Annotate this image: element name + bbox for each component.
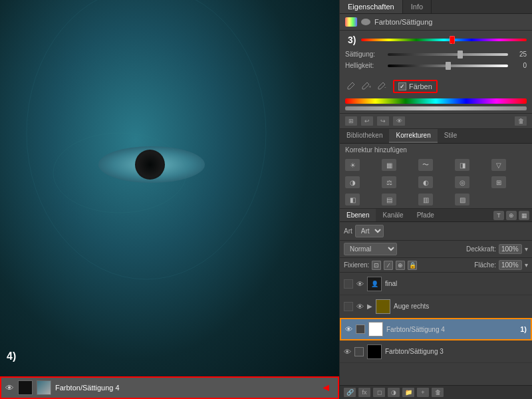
eyedropper-plus-icon[interactable]: + [361,81,372,92]
eyedropper-icon[interactable] [345,81,356,92]
corr-icon-balance[interactable]: ⚖ [382,176,396,188]
farbton3-link[interactable] [354,347,364,356]
tab-pfade[interactable]: Pfade [410,209,441,221]
layer-item-final[interactable]: 👁 👤 final [340,273,532,295]
auge-eye[interactable]: 👁 [356,303,364,311]
props-toolbar-btn5[interactable]: 🗑 [515,116,527,126]
corr-icon-threshold[interactable]: ▥ [418,194,433,205]
farben-check[interactable]: ✓ [398,82,406,90]
layer-item-auge-rechts[interactable]: 👁 ▶ Auge rechts [340,295,532,318]
corr-icon-gradient[interactable]: ▨ [455,194,469,205]
footer-delete-btn[interactable]: 🗑 [432,388,444,397]
tab-ebenen[interactable]: Ebenen [340,209,376,221]
canvas-area: 4) 👁 Farbton/Sättigung 4 ◄ [0,0,339,399]
fix-btn3[interactable]: ⊕ [396,261,405,270]
saettigung-track[interactable] [388,53,508,56]
corr-icon-curves[interactable]: 〜 [418,159,433,171]
art-label: Art [344,227,352,235]
main-layout: 4) 👁 Farbton/Sättigung 4 ◄ Eigenschaften… [0,0,532,399]
footer-group-btn[interactable]: 📁 [402,388,414,397]
eyedropper-minus-icon[interactable]: - [377,81,388,92]
layer-item-farbton3[interactable]: 👁 Farbton/Sättigung 3 [340,340,532,363]
blend-mode-select[interactable]: Normal [344,243,397,255]
layers-row2: Normal Deckkraft: 100% ▾ [340,241,532,258]
properties-panel: Eigenschaften Info Farbton/Sättigung 3) [340,0,532,129]
final-visibility-check[interactable] [344,279,353,289]
corr-icon-grid[interactable]: ⊞ [491,176,506,188]
fix-btn4[interactable]: 🔒 [408,261,417,270]
layer-header-btn3[interactable]: ▦ [519,211,529,220]
hue-track[interactable] [361,39,527,41]
farben-checkbox-container[interactable]: ✓ Färben [393,80,438,93]
arrow-right-icon: ◄ [321,382,331,394]
auge-visibility-check[interactable] [344,302,353,311]
corr-icon-hue[interactable]: ◑ [345,176,360,188]
final-eye[interactable]: 👁 [356,280,364,288]
tab-korrekturen[interactable]: Korrekturen [389,129,437,143]
corrections-grid-3: ◧ ▤ ▥ ▨ [340,191,532,208]
farbton4-thumb-white [368,322,383,336]
corr-icon-invert[interactable]: ◧ [345,194,360,205]
fix-btn1[interactable]: ⊡ [372,261,381,270]
tab-eigenschaften[interactable]: Eigenschaften [340,0,403,13]
farbton3-name: Farbton/Sättigung 3 [385,348,528,355]
farbton4-annotation: 1) [520,325,527,333]
svg-point-1 [53,133,186,213]
flaeche-label: Fläche: [474,261,496,269]
tab-kanaele[interactable]: Kanäle [376,209,410,221]
helligkeit-slider-container[interactable] [388,65,508,67]
flaeche-value[interactable]: 100% [499,260,522,270]
flaeche-arrow[interactable]: ▾ [525,261,528,269]
hue-slider-container[interactable] [361,39,527,41]
layer-header-btn2[interactable]: ⊕ [506,211,517,220]
props-toolbar-btn2[interactable]: ↩ [361,116,373,126]
layers-tabs: Ebenen Kanäle Pfade T ⊕ ▦ [340,209,532,222]
corr-icon-levels[interactable]: ▦ [382,159,396,171]
layer-header-btn1[interactable]: T [493,211,504,220]
footer-link-btn[interactable]: 🔗 [344,388,356,397]
color-gradient-bar [345,98,527,104]
art-select[interactable]: Art [355,225,384,237]
hue-sat-icon [345,17,357,27]
props-toolbar-btn3[interactable]: ↪ [377,116,389,126]
fix-btn2[interactable]: ∕ [384,261,393,270]
tab-stile[interactable]: Stile [438,129,464,143]
footer-style-btn[interactable]: fx [358,388,370,397]
corrections-panel: Bibliotheken Korrekturen Stile Korrektur… [340,129,532,209]
farben-label: Färben [409,82,432,90]
saettigung-slider-container[interactable] [388,53,508,56]
auge-name: Auge rechts [394,303,528,310]
fixieren-label: Fixieren: [344,261,369,269]
svg-point-0 [27,0,266,279]
footer-adj-btn[interactable]: ◑ [388,388,400,397]
helligkeit-row: Helligkeit: 0 [345,62,527,69]
layer-item-farbton4[interactable]: 👁 Farbton/Sättigung 4 1) [340,318,532,340]
corr-icon-triangle[interactable]: ▽ [491,159,506,171]
tab-bibliotheken[interactable]: Bibliotheken [340,129,389,143]
farbton4-eye[interactable]: 👁 [345,325,352,333]
helligkeit-track[interactable] [388,65,508,67]
helligkeit-thumb[interactable] [446,62,451,70]
corr-icon-posterize[interactable]: ▤ [382,194,396,205]
corr-icon-exposure[interactable]: ◨ [455,159,469,171]
saettigung-thumb[interactable] [458,51,463,59]
farbton3-eye[interactable]: 👁 [344,348,351,356]
corr-icon-photo[interactable]: ◎ [455,176,469,188]
tools-row: + - ✓ Färben [340,77,532,96]
right-panel: Eigenschaften Info Farbton/Sättigung 3) [339,0,532,399]
svg-text:+: + [368,84,371,90]
props-toolbar: ⊞ ↩ ↪ 👁 🗑 [340,113,532,128]
deckkraft-arrow[interactable]: ▾ [525,245,528,253]
folder-arrow[interactable]: ▶ [367,303,372,310]
corr-icon-bw[interactable]: ◐ [418,176,433,188]
farbton4-link[interactable] [356,325,365,334]
tab-info[interactable]: Info [403,0,432,13]
footer-new-btn[interactable]: + [417,388,429,397]
deckkraft-value[interactable]: 100% [499,244,522,254]
layer-visibility-eye[interactable]: 👁 [5,383,14,393]
footer-mask-btn[interactable]: ◻ [373,388,385,397]
props-toolbar-btn4[interactable]: 👁 [393,116,405,126]
props-toolbar-btn1[interactable]: ⊞ [345,116,357,126]
saettigung-row: Sättigung: 25 [345,51,527,58]
corr-icon-brightness[interactable]: ☀ [345,159,360,171]
